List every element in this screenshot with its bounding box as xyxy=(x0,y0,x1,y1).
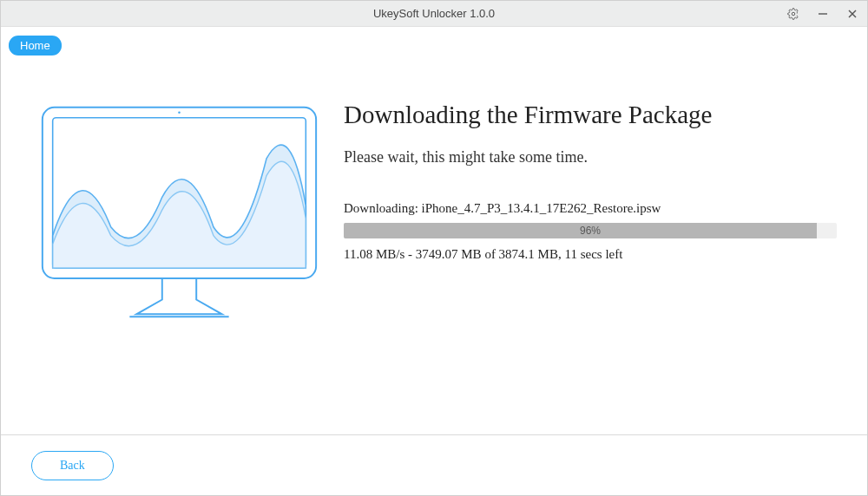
svg-point-6 xyxy=(178,111,181,114)
window-title: UkeySoft Unlocker 1.0.0 xyxy=(1,7,867,20)
home-button-label: Home xyxy=(20,39,50,52)
download-filename: Downloading: iPhone_4.7_P3_13.4.1_17E262… xyxy=(344,201,837,216)
download-status: 11.08 MB/s - 3749.07 MB of 3874.1 MB, 11… xyxy=(344,247,837,262)
gear-icon[interactable] xyxy=(779,1,808,27)
page-subtitle: Please wait, this might take some time. xyxy=(344,148,837,166)
titlebar: UkeySoft Unlocker 1.0.0 xyxy=(1,1,867,27)
page-title: Downloading the Firmware Package xyxy=(344,101,837,129)
svg-point-0 xyxy=(792,12,795,16)
minimize-icon[interactable] xyxy=(808,1,838,27)
illustration xyxy=(27,99,331,434)
main-content: Downloading the Firmware Package Please … xyxy=(1,60,867,434)
breadcrumb-row: Home xyxy=(1,36,867,60)
progress-bar: 96% xyxy=(344,223,837,238)
window-controls xyxy=(779,1,867,27)
footer: Back xyxy=(1,434,867,495)
monitor-graph-icon xyxy=(34,99,325,330)
home-button[interactable]: Home xyxy=(9,36,62,55)
back-button-label: Back xyxy=(60,459,85,472)
app-window: UkeySoft Unlocker 1.0.0 Home xyxy=(0,0,868,496)
close-icon[interactable] xyxy=(838,1,867,27)
info-panel: Downloading the Firmware Package Please … xyxy=(331,99,841,434)
back-button[interactable]: Back xyxy=(31,451,114,480)
progress-percent-label: 96% xyxy=(580,225,601,237)
